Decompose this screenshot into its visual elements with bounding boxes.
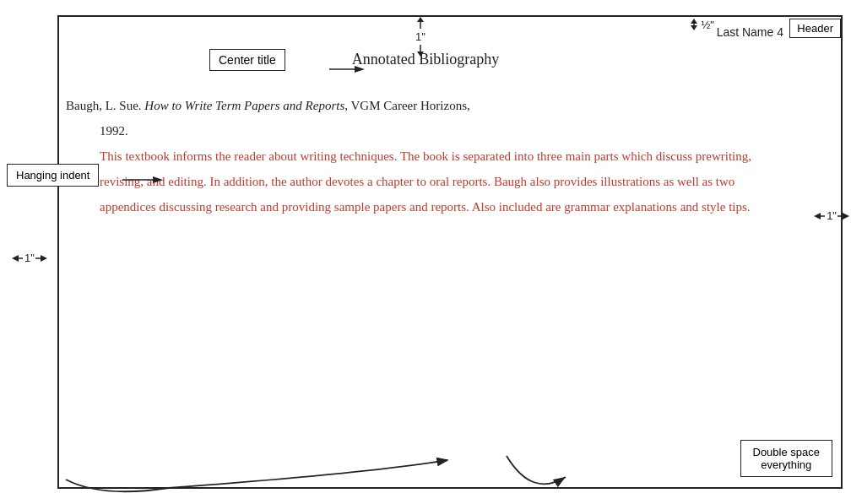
- header-box: Header: [789, 19, 841, 38]
- svg-marker-13: [12, 255, 19, 262]
- svg-marker-17: [814, 213, 821, 219]
- double-space-box: Double spaceeverything: [740, 440, 833, 477]
- hanging-indent-box: Hanging indent: [7, 164, 99, 187]
- main-title: Annotated Bibliography: [0, 51, 851, 68]
- last-name-header: Last Name 4: [717, 25, 783, 39]
- content-area: Baugh, L. Sue. How to Write Term Papers …: [66, 93, 785, 219]
- svg-marker-19: [843, 213, 849, 219]
- annotation-body: This textbook informs the reader about w…: [66, 144, 785, 219]
- right-margin-arrow: 1": [814, 209, 849, 222]
- page-border: [57, 15, 843, 489]
- svg-marker-8: [691, 25, 697, 30]
- citation: Baugh, L. Sue. How to Write Term Papers …: [66, 93, 785, 118]
- svg-marker-3: [417, 17, 424, 22]
- svg-marker-7: [691, 19, 697, 24]
- half-inch-annotation: ½": [688, 17, 714, 32]
- svg-marker-15: [41, 255, 47, 262]
- citation-year: 1992.: [66, 118, 785, 144]
- svg-marker-12: [153, 176, 163, 183]
- hanging-indent-arrow: [122, 174, 165, 186]
- left-margin-arrow: 1": [12, 252, 47, 264]
